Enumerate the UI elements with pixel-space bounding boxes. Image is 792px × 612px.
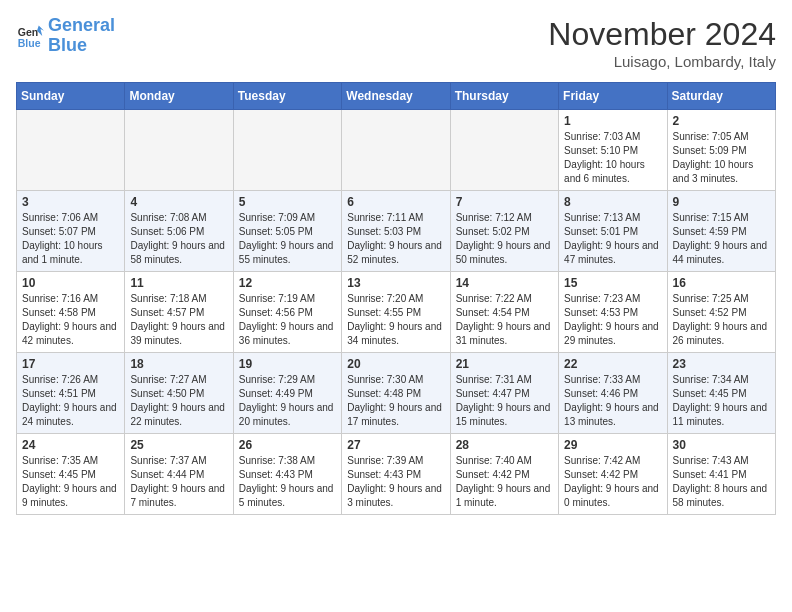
calendar-cell: 27Sunrise: 7:39 AM Sunset: 4:43 PM Dayli… [342, 434, 450, 515]
day-number: 24 [22, 438, 119, 452]
title-block: November 2024 Luisago, Lombardy, Italy [548, 16, 776, 70]
day-info: Sunrise: 7:23 AM Sunset: 4:53 PM Dayligh… [564, 292, 661, 348]
calendar-cell: 16Sunrise: 7:25 AM Sunset: 4:52 PM Dayli… [667, 272, 775, 353]
day-info: Sunrise: 7:40 AM Sunset: 4:42 PM Dayligh… [456, 454, 553, 510]
day-number: 1 [564, 114, 661, 128]
day-info: Sunrise: 7:18 AM Sunset: 4:57 PM Dayligh… [130, 292, 227, 348]
calendar-week-row: 10Sunrise: 7:16 AM Sunset: 4:58 PM Dayli… [17, 272, 776, 353]
logo-line2: Blue [48, 35, 87, 55]
month-title: November 2024 [548, 16, 776, 53]
day-info: Sunrise: 7:39 AM Sunset: 4:43 PM Dayligh… [347, 454, 444, 510]
calendar-cell [450, 110, 558, 191]
day-number: 10 [22, 276, 119, 290]
calendar-cell: 10Sunrise: 7:16 AM Sunset: 4:58 PM Dayli… [17, 272, 125, 353]
calendar-week-row: 3Sunrise: 7:06 AM Sunset: 5:07 PM Daylig… [17, 191, 776, 272]
day-number: 19 [239, 357, 336, 371]
calendar-cell [125, 110, 233, 191]
day-info: Sunrise: 7:12 AM Sunset: 5:02 PM Dayligh… [456, 211, 553, 267]
calendar-cell: 30Sunrise: 7:43 AM Sunset: 4:41 PM Dayli… [667, 434, 775, 515]
calendar-cell: 5Sunrise: 7:09 AM Sunset: 5:05 PM Daylig… [233, 191, 341, 272]
calendar-cell: 7Sunrise: 7:12 AM Sunset: 5:02 PM Daylig… [450, 191, 558, 272]
calendar-cell [17, 110, 125, 191]
day-number: 8 [564, 195, 661, 209]
svg-text:Blue: Blue [18, 36, 41, 48]
calendar-cell: 13Sunrise: 7:20 AM Sunset: 4:55 PM Dayli… [342, 272, 450, 353]
calendar-cell [233, 110, 341, 191]
day-number: 3 [22, 195, 119, 209]
day-number: 5 [239, 195, 336, 209]
weekday-header: Monday [125, 83, 233, 110]
day-info: Sunrise: 7:30 AM Sunset: 4:48 PM Dayligh… [347, 373, 444, 429]
day-number: 22 [564, 357, 661, 371]
day-number: 27 [347, 438, 444, 452]
day-number: 9 [673, 195, 770, 209]
day-info: Sunrise: 7:08 AM Sunset: 5:06 PM Dayligh… [130, 211, 227, 267]
calendar-cell: 15Sunrise: 7:23 AM Sunset: 4:53 PM Dayli… [559, 272, 667, 353]
day-number: 14 [456, 276, 553, 290]
weekday-header: Wednesday [342, 83, 450, 110]
calendar-cell: 12Sunrise: 7:19 AM Sunset: 4:56 PM Dayli… [233, 272, 341, 353]
calendar-cell: 26Sunrise: 7:38 AM Sunset: 4:43 PM Dayli… [233, 434, 341, 515]
day-number: 12 [239, 276, 336, 290]
day-info: Sunrise: 7:33 AM Sunset: 4:46 PM Dayligh… [564, 373, 661, 429]
day-info: Sunrise: 7:38 AM Sunset: 4:43 PM Dayligh… [239, 454, 336, 510]
day-number: 18 [130, 357, 227, 371]
weekday-header: Tuesday [233, 83, 341, 110]
day-info: Sunrise: 7:34 AM Sunset: 4:45 PM Dayligh… [673, 373, 770, 429]
day-info: Sunrise: 7:42 AM Sunset: 4:42 PM Dayligh… [564, 454, 661, 510]
logo-line1: General [48, 15, 115, 35]
day-number: 28 [456, 438, 553, 452]
calendar-cell: 19Sunrise: 7:29 AM Sunset: 4:49 PM Dayli… [233, 353, 341, 434]
day-info: Sunrise: 7:05 AM Sunset: 5:09 PM Dayligh… [673, 130, 770, 186]
day-info: Sunrise: 7:20 AM Sunset: 4:55 PM Dayligh… [347, 292, 444, 348]
calendar-cell: 24Sunrise: 7:35 AM Sunset: 4:45 PM Dayli… [17, 434, 125, 515]
day-info: Sunrise: 7:03 AM Sunset: 5:10 PM Dayligh… [564, 130, 661, 186]
calendar-cell: 28Sunrise: 7:40 AM Sunset: 4:42 PM Dayli… [450, 434, 558, 515]
day-info: Sunrise: 7:09 AM Sunset: 5:05 PM Dayligh… [239, 211, 336, 267]
calendar-cell: 25Sunrise: 7:37 AM Sunset: 4:44 PM Dayli… [125, 434, 233, 515]
weekday-header: Sunday [17, 83, 125, 110]
day-number: 17 [22, 357, 119, 371]
day-number: 23 [673, 357, 770, 371]
day-info: Sunrise: 7:16 AM Sunset: 4:58 PM Dayligh… [22, 292, 119, 348]
weekday-header-row: SundayMondayTuesdayWednesdayThursdayFrid… [17, 83, 776, 110]
calendar-cell: 29Sunrise: 7:42 AM Sunset: 4:42 PM Dayli… [559, 434, 667, 515]
day-number: 21 [456, 357, 553, 371]
day-number: 13 [347, 276, 444, 290]
day-number: 4 [130, 195, 227, 209]
calendar-cell: 18Sunrise: 7:27 AM Sunset: 4:50 PM Dayli… [125, 353, 233, 434]
day-info: Sunrise: 7:13 AM Sunset: 5:01 PM Dayligh… [564, 211, 661, 267]
calendar-cell: 9Sunrise: 7:15 AM Sunset: 4:59 PM Daylig… [667, 191, 775, 272]
day-info: Sunrise: 7:37 AM Sunset: 4:44 PM Dayligh… [130, 454, 227, 510]
day-info: Sunrise: 7:27 AM Sunset: 4:50 PM Dayligh… [130, 373, 227, 429]
day-number: 29 [564, 438, 661, 452]
calendar-cell: 20Sunrise: 7:30 AM Sunset: 4:48 PM Dayli… [342, 353, 450, 434]
calendar-cell: 8Sunrise: 7:13 AM Sunset: 5:01 PM Daylig… [559, 191, 667, 272]
day-info: Sunrise: 7:35 AM Sunset: 4:45 PM Dayligh… [22, 454, 119, 510]
day-info: Sunrise: 7:43 AM Sunset: 4:41 PM Dayligh… [673, 454, 770, 510]
day-number: 6 [347, 195, 444, 209]
calendar-week-row: 17Sunrise: 7:26 AM Sunset: 4:51 PM Dayli… [17, 353, 776, 434]
logo: Gen Blue General Blue [16, 16, 115, 56]
calendar-cell [342, 110, 450, 191]
day-number: 16 [673, 276, 770, 290]
day-info: Sunrise: 7:31 AM Sunset: 4:47 PM Dayligh… [456, 373, 553, 429]
day-number: 11 [130, 276, 227, 290]
calendar-cell: 2Sunrise: 7:05 AM Sunset: 5:09 PM Daylig… [667, 110, 775, 191]
day-info: Sunrise: 7:19 AM Sunset: 4:56 PM Dayligh… [239, 292, 336, 348]
calendar-cell: 4Sunrise: 7:08 AM Sunset: 5:06 PM Daylig… [125, 191, 233, 272]
day-number: 15 [564, 276, 661, 290]
weekday-header: Saturday [667, 83, 775, 110]
calendar-cell: 1Sunrise: 7:03 AM Sunset: 5:10 PM Daylig… [559, 110, 667, 191]
day-number: 25 [130, 438, 227, 452]
day-info: Sunrise: 7:11 AM Sunset: 5:03 PM Dayligh… [347, 211, 444, 267]
day-info: Sunrise: 7:25 AM Sunset: 4:52 PM Dayligh… [673, 292, 770, 348]
calendar-week-row: 24Sunrise: 7:35 AM Sunset: 4:45 PM Dayli… [17, 434, 776, 515]
calendar-cell: 3Sunrise: 7:06 AM Sunset: 5:07 PM Daylig… [17, 191, 125, 272]
day-number: 2 [673, 114, 770, 128]
day-info: Sunrise: 7:29 AM Sunset: 4:49 PM Dayligh… [239, 373, 336, 429]
calendar-cell: 23Sunrise: 7:34 AM Sunset: 4:45 PM Dayli… [667, 353, 775, 434]
day-info: Sunrise: 7:15 AM Sunset: 4:59 PM Dayligh… [673, 211, 770, 267]
calendar-cell: 17Sunrise: 7:26 AM Sunset: 4:51 PM Dayli… [17, 353, 125, 434]
page-header: Gen Blue General Blue November 2024 Luis… [16, 16, 776, 70]
